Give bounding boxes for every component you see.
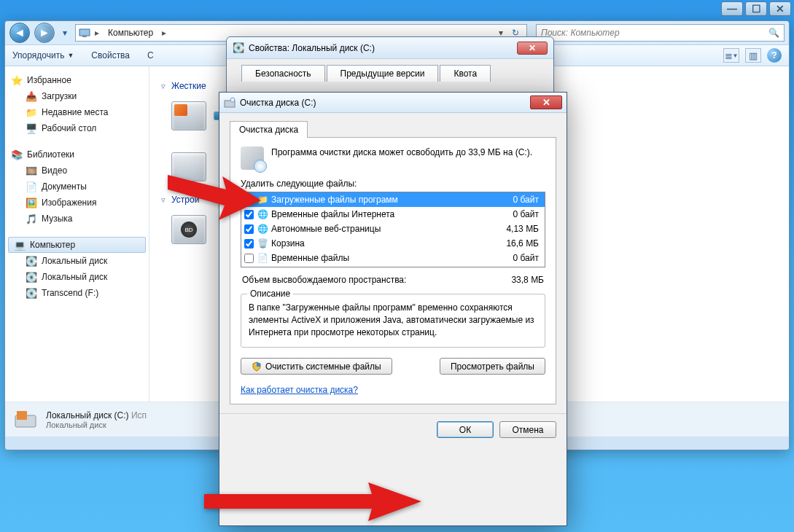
- description-title: Описание: [247, 289, 293, 299]
- drive-bd[interactable]: BD: [171, 215, 206, 244]
- svg-rect-3: [17, 411, 27, 420]
- breadcrumb-separator[interactable]: ▸: [93, 28, 101, 38]
- svg-rect-1: [82, 36, 87, 37]
- svg-point-5: [230, 98, 235, 102]
- sidebar-favorites[interactable]: ⭐Избранное: [8, 72, 146, 88]
- window-controls: — ☐ ✕: [721, 1, 791, 16]
- sidebar-computer[interactable]: 💻Компьютер: [8, 237, 146, 253]
- downloads-icon: 📥: [26, 90, 37, 102]
- sidebar-item-local-disk[interactable]: 💽Локальный диск: [8, 253, 146, 269]
- shield-icon: [252, 361, 262, 372]
- tab-security[interactable]: Безопасность: [241, 65, 325, 82]
- view-options-button[interactable]: ≣ ▼: [723, 48, 739, 63]
- sidebar-item-video[interactable]: 🎞️Видео: [8, 163, 146, 179]
- file-size: 0 байт: [513, 195, 542, 205]
- properties-title: Свойства: Локальный диск (C:): [249, 43, 375, 53]
- status-type: Локальный диск: [46, 420, 147, 429]
- file-row[interactable]: 🌐Временные файлы Интернета0 байт: [241, 207, 545, 222]
- ok-button[interactable]: ОК: [437, 421, 494, 438]
- file-checkbox[interactable]: [244, 224, 254, 234]
- file-icon: 🌐: [257, 223, 268, 235]
- help-button[interactable]: ?: [767, 48, 782, 63]
- nav-back-button[interactable]: ◄: [9, 23, 30, 43]
- properties-titlebar[interactable]: 💽 Свойства: Локальный диск (C:) ✕: [227, 37, 553, 59]
- file-icon: 🌐: [257, 208, 268, 220]
- organize-menu[interactable]: Упорядочить▼: [12, 50, 74, 60]
- file-checkbox[interactable]: [244, 195, 254, 205]
- tab-previous-versions[interactable]: Предыдущие версии: [327, 65, 439, 82]
- sidebar-item-music[interactable]: 🎵Музыка: [8, 211, 146, 227]
- cleanup-dialog: Очистка диска (C:) ✕ Очистка диска Прогр…: [219, 92, 567, 526]
- drive-e[interactable]: [171, 152, 206, 181]
- search-input[interactable]: Поиск: Компьютер 🔍: [536, 24, 785, 42]
- tab-cleanup[interactable]: Очистка диска: [230, 121, 308, 138]
- svg-rect-0: [79, 29, 90, 36]
- file-row[interactable]: 🗑️Корзина16,6 МБ: [241, 236, 545, 251]
- sidebar-item-downloads[interactable]: 📥Загрузки: [8, 88, 146, 104]
- file-row[interactable]: 🌐Автономные веб-страницы4,13 МБ: [241, 222, 545, 236]
- cleanup-titlebar[interactable]: Очистка диска (C:) ✕: [219, 93, 567, 113]
- system-button[interactable]: С: [147, 50, 154, 60]
- cleanup-title-text: Очистка диска (C:): [240, 98, 316, 108]
- video-icon: 🎞️: [26, 165, 37, 176]
- search-placeholder: Поиск: Компьютер: [541, 28, 620, 38]
- help-link[interactable]: Как работает очистка диска?: [241, 385, 358, 395]
- cleanup-icon: [224, 97, 236, 109]
- file-checkbox[interactable]: [244, 210, 254, 219]
- images-icon: 🖼️: [26, 197, 37, 208]
- sidebar: ⭐Избранное 📥Загрузки 📁Недавние места 🖥️Р…: [5, 66, 149, 402]
- libraries-icon: 📚: [11, 149, 23, 160]
- tab-quota[interactable]: Квота: [440, 65, 491, 82]
- minimize-button[interactable]: —: [721, 1, 743, 16]
- sidebar-item-documents[interactable]: 📄Документы: [8, 179, 146, 195]
- drive-icon: [171, 152, 206, 181]
- maximize-button[interactable]: ☐: [745, 1, 767, 16]
- close-button[interactable]: ✕: [769, 1, 791, 16]
- clean-system-files-button[interactable]: Очистить системные файлы: [241, 358, 392, 375]
- nav-forward-button[interactable]: ►: [34, 23, 55, 43]
- file-list[interactable]: 📁Загруженные файлы программ0 байт🌐Времен…: [241, 192, 545, 267]
- sidebar-libraries[interactable]: 📚Библиотеки: [8, 146, 146, 163]
- breadcrumb-computer[interactable]: Компьютер: [104, 28, 157, 38]
- recent-icon: 📁: [26, 106, 37, 118]
- drive-icon: [14, 408, 37, 431]
- hdd-icon: 💽: [26, 287, 37, 299]
- file-size: 16,6 МБ: [506, 238, 542, 249]
- cleanup-message: Программа очистки диска может освободить…: [271, 146, 532, 170]
- hdd-icon: 💽: [26, 255, 37, 267]
- preview-pane-button[interactable]: ▥: [745, 48, 761, 63]
- file-row[interactable]: 📁Загруженные файлы программ0 байт: [241, 192, 545, 207]
- files-label: Удалить следующие файлы:: [241, 179, 545, 189]
- properties-button[interactable]: Свойства: [91, 50, 130, 60]
- file-checkbox[interactable]: [244, 254, 254, 263]
- sidebar-item-images[interactable]: 🖼️Изображения: [8, 195, 146, 211]
- file-name: Временные файлы Интернета: [271, 209, 510, 219]
- nav-history-dropdown[interactable]: ▾: [59, 24, 71, 42]
- breadcrumb-separator[interactable]: ▸: [160, 28, 168, 38]
- file-icon: 📄: [257, 252, 268, 264]
- sidebar-item-local-disk-2[interactable]: 💽Локальный диск: [8, 269, 146, 285]
- close-button[interactable]: ✕: [530, 95, 562, 109]
- optical-drive-icon: BD: [171, 215, 206, 244]
- collapse-icon: ▿: [161, 82, 166, 91]
- file-name: Автономные веб-страницы: [271, 224, 503, 234]
- computer-icon: [79, 27, 90, 39]
- file-checkbox[interactable]: [244, 239, 254, 249]
- sidebar-item-transcend[interactable]: 💽Transcend (F:): [8, 285, 146, 301]
- summary-label: Объем высвобождаемого пространства:: [242, 275, 406, 285]
- cancel-button[interactable]: Отмена: [499, 421, 556, 438]
- close-button[interactable]: ✕: [517, 42, 548, 55]
- file-name: Временные файлы: [271, 253, 510, 263]
- file-name: Корзина: [271, 238, 503, 249]
- computer-icon: 💻: [14, 239, 26, 251]
- sidebar-item-recent[interactable]: 📁Недавние места: [8, 104, 146, 120]
- collapse-icon: ▿: [161, 195, 166, 205]
- drive-icon: 💽: [233, 42, 244, 54]
- file-size: 0 байт: [513, 209, 542, 219]
- sidebar-item-desktop[interactable]: 🖥️Рабочий стол: [8, 120, 146, 136]
- file-icon: 📁: [257, 194, 268, 206]
- hdd-icon: 💽: [26, 271, 37, 283]
- file-row[interactable]: 📄Временные файлы0 байт: [241, 251, 545, 265]
- view-files-button[interactable]: Просмотреть файлы: [440, 358, 545, 375]
- cleanup-large-icon: [241, 146, 264, 170]
